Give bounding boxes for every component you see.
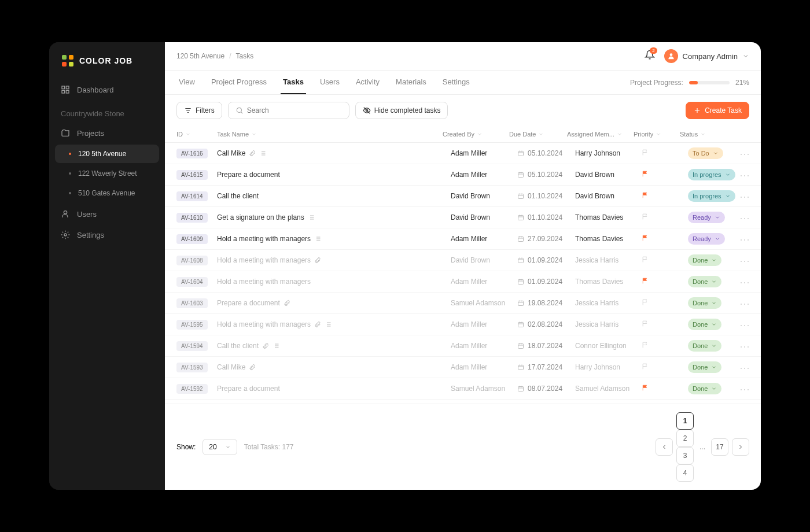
table-row[interactable]: AV-1603Prepare a documentSamuel Adamson1…	[165, 293, 761, 314]
status-badge[interactable]: Ready	[688, 212, 725, 223]
dot-icon	[69, 153, 71, 155]
breadcrumb-project[interactable]: 120 5th Avenue	[176, 52, 224, 60]
sidebar-item-project-1[interactable]: 122 Waverly Street	[55, 164, 159, 183]
page-1[interactable]: 1	[676, 412, 694, 430]
search-input[interactable]	[247, 106, 342, 114]
assigned-to: David Brown	[575, 171, 642, 179]
row-actions[interactable]	[740, 213, 749, 221]
priority-cell[interactable]	[642, 170, 688, 179]
nav-settings[interactable]: Settings	[49, 224, 165, 245]
column-header[interactable]: Status	[680, 131, 732, 138]
status-badge[interactable]: Done	[688, 254, 721, 266]
list-icon	[314, 235, 321, 242]
page-2[interactable]: 2	[676, 430, 694, 447]
column-header[interactable]: Task Name	[217, 131, 443, 138]
notifications-button[interactable]: 2	[645, 50, 655, 62]
status-badge[interactable]: Done	[688, 297, 721, 309]
status-badge[interactable]: Ready	[688, 233, 725, 245]
row-actions[interactable]	[740, 342, 749, 350]
tab-view[interactable]: View	[176, 71, 197, 94]
row-actions[interactable]	[740, 363, 749, 371]
task-name: Hold a meeting with managers	[217, 235, 311, 243]
row-actions[interactable]	[740, 149, 749, 157]
priority-cell[interactable]	[642, 320, 688, 329]
table-row[interactable]: AV-1593Call MikeAdam Miller17.07.2024Har…	[165, 357, 761, 378]
priority-cell[interactable]	[642, 298, 688, 308]
page-next[interactable]	[732, 438, 749, 456]
svg-rect-88	[518, 323, 524, 327]
table-row[interactable]: AV-1595Hold a meeting with managersAdam …	[165, 314, 761, 335]
status-badge[interactable]: Done	[688, 319, 721, 330]
page-prev[interactable]	[656, 438, 673, 456]
search-box[interactable]	[228, 102, 349, 119]
status-badge[interactable]: In progres	[688, 169, 735, 180]
calendar-icon	[517, 257, 524, 264]
tab-tasks[interactable]: Tasks	[281, 71, 306, 94]
page-last[interactable]: 17	[711, 438, 728, 456]
table-row[interactable]: AV-1609Hold a meeting with managersAdam …	[165, 228, 761, 250]
status-badge[interactable]: Done	[688, 383, 721, 394]
svg-point-63	[748, 239, 749, 241]
priority-cell[interactable]	[642, 149, 688, 158]
table-row[interactable]: AV-1594Call the clientAdam Miller18.07.2…	[165, 335, 761, 357]
more-icon	[740, 303, 749, 305]
row-actions[interactable]	[740, 278, 749, 286]
nav-dashboard[interactable]: Dashboard	[49, 79, 165, 100]
table-row[interactable]: AV-1591Prepare a documentAdam Miller06.0…	[165, 400, 761, 404]
column-header[interactable]: Due Date	[509, 131, 567, 138]
sidebar-item-project-0[interactable]: 120 5th Avenue	[55, 145, 159, 163]
priority-cell[interactable]	[642, 363, 688, 372]
status-badge[interactable]: Done	[688, 361, 721, 373]
tab-users[interactable]: Users	[318, 71, 342, 94]
hide-completed-button[interactable]: Hide completed tasks	[355, 102, 448, 119]
tab-activity[interactable]: Activity	[354, 71, 382, 94]
row-actions[interactable]	[740, 171, 749, 179]
status-badge[interactable]: Done	[688, 340, 721, 352]
table-row[interactable]: AV-1592Prepare a documentSamuel Adamson0…	[165, 378, 761, 400]
svg-rect-1	[69, 55, 73, 60]
column-header[interactable]: Created By	[443, 131, 509, 138]
table-row[interactable]: AV-1616Call MikeAdam Miller05.10.2024Har…	[165, 143, 761, 164]
page-size-select[interactable]: 20	[203, 439, 237, 455]
row-actions[interactable]	[740, 385, 749, 393]
status-badge[interactable]: In progres	[688, 190, 735, 202]
table-row[interactable]: AV-1604Hold a meeting with managersAdam …	[165, 271, 761, 293]
create-task-button[interactable]: Create Task	[686, 102, 749, 119]
svg-rect-112	[518, 387, 524, 391]
priority-cell[interactable]	[642, 256, 688, 265]
table-row[interactable]: AV-1614Call the clientDavid Brown01.10.2…	[165, 186, 761, 207]
priority-cell[interactable]	[642, 341, 688, 350]
page-4[interactable]: 4	[676, 464, 694, 482]
row-actions[interactable]	[740, 320, 749, 328]
table-row[interactable]: AV-1610Get a signature on the plansDavid…	[165, 207, 761, 228]
filters-button[interactable]: Filters	[176, 102, 222, 119]
tab-settings[interactable]: Settings	[440, 71, 472, 94]
status-badge[interactable]: Done	[688, 276, 721, 287]
priority-cell[interactable]	[642, 213, 688, 222]
nav-projects[interactable]: Projects	[49, 123, 165, 143]
row-actions[interactable]	[740, 192, 749, 200]
table-row[interactable]: AV-1608Hold a meeting with managersDavid…	[165, 250, 761, 271]
task-id: AV-1593	[176, 363, 208, 372]
more-icon	[740, 153, 749, 156]
row-actions[interactable]	[740, 256, 749, 264]
column-header[interactable]: Assigned Mem...	[567, 131, 634, 138]
table-row[interactable]: AV-1615Prepare a documentAdam Miller05.1…	[165, 164, 761, 186]
sidebar-item-project-2[interactable]: 510 Gates Avenue	[55, 184, 159, 202]
tab-materials[interactable]: Materials	[393, 71, 429, 94]
priority-cell[interactable]	[642, 191, 688, 201]
calendar-icon	[517, 214, 524, 221]
column-header[interactable]: Priority	[634, 131, 680, 138]
status-badge[interactable]: To Do	[688, 147, 723, 159]
priority-cell[interactable]	[642, 384, 688, 393]
row-actions[interactable]	[740, 235, 749, 243]
priority-cell[interactable]	[642, 277, 688, 286]
row-actions[interactable]	[740, 299, 749, 307]
nav-users[interactable]: Users	[49, 204, 165, 224]
priority-cell[interactable]	[642, 234, 688, 243]
column-header[interactable]: ID	[176, 131, 217, 138]
user-menu[interactable]: Company Admin	[664, 49, 749, 63]
page-3[interactable]: 3	[676, 447, 694, 464]
tab-project-progress[interactable]: Project Progress	[209, 71, 269, 94]
show-label: Show:	[176, 443, 196, 451]
